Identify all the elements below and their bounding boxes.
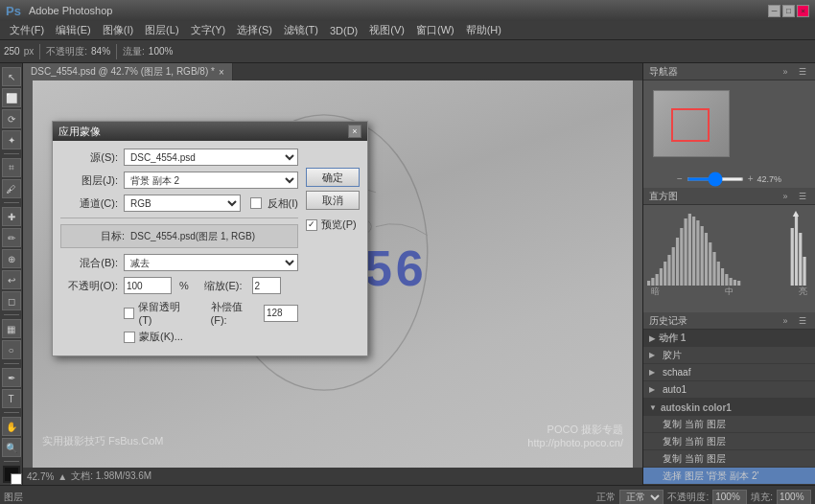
menu-window[interactable]: 窗口(W) <box>410 21 460 39</box>
history-item-copy2[interactable]: 复制 当前 图层 <box>643 433 815 450</box>
toolbar-separator5 <box>4 412 19 413</box>
channel-label: 通道(C): <box>60 196 118 211</box>
layers-fill-input[interactable] <box>777 490 811 505</box>
tool-clone[interactable]: ⊕ <box>2 249 21 268</box>
dialog-divider <box>60 218 298 218</box>
layers-opacity-input[interactable] <box>712 490 747 505</box>
canvas-tab[interactable]: DSC_4554.psd @ 42.7% (图层 1, RGB/8) * × <box>23 63 233 80</box>
dialog-buttons: 确定 取消 预览(P) <box>306 168 360 232</box>
tool-zoom[interactable]: 🔍 <box>2 438 21 457</box>
panel-expand-icon[interactable]: » <box>779 65 792 79</box>
close-button[interactable]: × <box>797 5 809 17</box>
dialog-cancel-button[interactable]: 取消 <box>306 191 360 210</box>
canvas-tab-close[interactable]: × <box>219 67 224 78</box>
maximize-button[interactable]: □ <box>782 5 795 17</box>
menu-select[interactable]: 选择(S) <box>231 21 278 39</box>
layer-select[interactable]: 背景 副本 2 <box>124 172 298 189</box>
blend-select[interactable]: 减去 <box>124 254 298 271</box>
menu-file[interactable]: 文件(F) <box>4 21 50 39</box>
histogram-content: 暗 中 亮 <box>643 205 815 312</box>
separator2 <box>116 44 117 59</box>
svg-rect-19 <box>712 252 715 286</box>
histogram-menu-icon[interactable]: ☰ <box>796 190 809 203</box>
tool-eraser[interactable]: ◻ <box>2 291 21 310</box>
nav-zoom-slider[interactable] <box>687 177 744 181</box>
tool-hand[interactable]: ✋ <box>2 417 21 436</box>
svg-rect-13 <box>688 214 691 286</box>
layers-mode-label: 图层 <box>4 491 23 504</box>
nav-zoom-out-icon[interactable]: − <box>677 173 683 184</box>
history-section-autoskin[interactable]: ▼ autoskin color1 <box>643 399 815 416</box>
histogram-expand-icon[interactable]: » <box>779 190 792 203</box>
invert-checkbox[interactable] <box>250 197 262 209</box>
menu-text[interactable]: 文字(Y) <box>185 21 232 39</box>
dialog-close-button[interactable]: × <box>348 125 361 138</box>
history-item-schaaf[interactable]: ▶ schaaf <box>643 364 815 381</box>
history-expand-icon[interactable]: » <box>779 314 792 328</box>
toolbar-separator2 <box>4 202 19 203</box>
offset-input[interactable] <box>264 305 298 322</box>
scale-input[interactable] <box>252 277 281 294</box>
tool-text[interactable]: T <box>2 389 21 408</box>
menu-edit[interactable]: 编辑(E) <box>50 21 97 39</box>
tool-lasso[interactable]: ⟳ <box>2 109 21 128</box>
nav-zoom-in-icon[interactable]: + <box>748 173 754 184</box>
dialog-title: 应用蒙像 <box>58 125 101 139</box>
preview-label: 预览(P) <box>321 218 357 232</box>
tool-dodge[interactable]: ○ <box>2 340 21 359</box>
dialog-ok-button[interactable]: 确定 <box>306 168 360 187</box>
tool-wand[interactable]: ✦ <box>2 130 21 149</box>
history-section-action[interactable]: ▶ 动作 1 <box>643 330 815 347</box>
tool-eyedrop[interactable]: 🖋 <box>2 179 21 198</box>
tool-marquee[interactable]: ⬜ <box>2 88 21 107</box>
foreground-color[interactable] <box>3 466 20 483</box>
history-item-copy1[interactable]: 复制 当前 图层 <box>643 416 815 433</box>
panel-menu-icon[interactable]: ☰ <box>796 65 809 79</box>
opacity-input[interactable] <box>124 277 172 294</box>
preview-row: 预览(P) <box>306 218 360 232</box>
source-select[interactable]: DSC_4554.psd <box>124 149 298 166</box>
tool-crop[interactable]: ⌗ <box>2 158 21 177</box>
navigator-viewport-box <box>671 108 710 142</box>
history-item-select-bg2[interactable]: 选择 图层 '背景 副本 2' <box>643 468 815 485</box>
layer-row: 图层(J): 背景 副本 2 <box>60 172 298 189</box>
history-item-film[interactable]: ▶ 胶片 <box>643 347 815 364</box>
canvas-zoom-value: 42.7% <box>27 471 54 482</box>
menu-help[interactable]: 帮助(H) <box>460 21 507 39</box>
menu-layer[interactable]: 图层(L) <box>139 21 184 39</box>
menu-view[interactable]: 视图(V) <box>363 21 410 39</box>
history-item-auto1[interactable]: ▶ auto1 <box>643 381 815 399</box>
preview-checkbox[interactable] <box>306 219 317 231</box>
title-text: Adobe Photoshop <box>29 5 768 16</box>
right-panels: 导航器 » ☰ − + 42.7% 直方图 <box>642 63 815 485</box>
svg-rect-10 <box>676 238 679 286</box>
channel-select[interactable]: RGB <box>124 195 241 212</box>
scale-label: 缩放(E): <box>204 279 243 293</box>
menu-image[interactable]: 图像(I) <box>97 21 139 39</box>
history-menu-icon[interactable]: ☰ <box>796 314 809 328</box>
target-label: 目标: <box>67 229 125 243</box>
title-bar: Ps Adobe Photoshop ─ □ × <box>0 0 815 21</box>
tool-gradient[interactable]: ▦ <box>2 319 21 338</box>
minimize-button[interactable]: ─ <box>768 5 780 17</box>
tool-heal[interactable]: ✚ <box>2 207 21 226</box>
menu-3d[interactable]: 3D(D) <box>324 21 363 39</box>
mask-checkbox[interactable] <box>124 332 135 343</box>
opacity-unit: % <box>179 280 189 291</box>
menu-filter[interactable]: 滤镜(T) <box>278 21 324 39</box>
history-item-copy3[interactable]: 复制 当前 图层 <box>643 450 815 468</box>
navigator-content: − + 42.7% <box>643 80 815 188</box>
canvas-area: DSC_4554.psd @ 42.7% (图层 1, RGB/8) * × <box>23 63 642 485</box>
tool-pen[interactable]: ✒ <box>2 368 21 387</box>
layers-fill-label: 填充: <box>751 491 773 504</box>
source-row: 源(S): DSC_4554.psd <box>60 149 298 166</box>
layers-mode-select[interactable]: 正常 <box>619 490 664 505</box>
opacity-value: 84% <box>91 46 110 57</box>
tool-move[interactable]: ↖ <box>2 67 21 86</box>
tool-brush[interactable]: ✏ <box>2 228 21 247</box>
layers-toolbar: 图层 正常 正常 不透明度: 填充: <box>0 486 815 504</box>
svg-rect-8 <box>667 255 670 286</box>
layers-opacity-label: 正常 <box>596 491 616 504</box>
tool-history-brush[interactable]: ↩ <box>2 270 21 289</box>
preserve-checkbox[interactable] <box>124 308 134 319</box>
